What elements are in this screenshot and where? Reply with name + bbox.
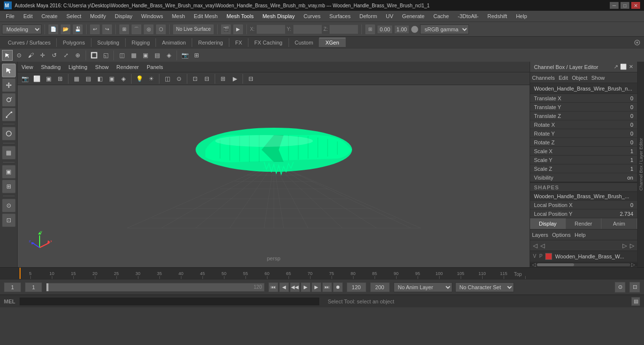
vp-grid-btn[interactable]: ⊟ [245,73,256,84]
lasso-select-button[interactable]: ⊙ [14,50,24,61]
live-surface-button[interactable]: No Live Surface [173,24,214,35]
tab-fx-caching[interactable]: FX Caching [248,38,289,47]
layer-arrow-right-icon[interactable]: ▷ [629,242,635,249]
layer-arrow-left2-icon[interactable]: ◁ [539,242,546,249]
channel-row-rotate-x[interactable]: Rotate X 0 [530,120,637,129]
channel-row-scale-y[interactable]: Scale Y 1 [530,156,637,164]
tab-display[interactable]: Display [530,218,566,229]
tab-anim[interactable]: Anim [601,218,637,229]
extra-lt-button[interactable]: ⊡ [2,213,16,227]
minimize-button[interactable]: ─ [610,2,619,9]
rotate-tool-button[interactable]: ↺ [49,50,60,61]
vp-light-btn[interactable]: 💡 [134,73,145,84]
channel-row-local-pos-x[interactable]: Local Position X 0 [530,201,637,209]
play-forward-button[interactable]: ▶ [301,282,311,292]
x-coord-input[interactable] [256,24,286,34]
menu-edit[interactable]: Edit [20,12,37,20]
menu-generate[interactable]: Generate [398,12,428,20]
menu-display[interactable]: Display [111,12,136,20]
tab-animation[interactable]: Animation [156,38,192,47]
ipr-button[interactable]: ▶ [233,24,244,35]
playhead[interactable] [20,268,21,279]
move-lt-button[interactable] [2,78,16,92]
tab-rigging[interactable]: Rigging [126,38,156,47]
layer-color-swatch[interactable] [545,253,552,260]
channel-row-translate-x[interactable]: Translate X 0 [530,94,637,103]
scroll-right-arrow-icon[interactable]: ▷ [630,262,636,267]
vp-hud-btn[interactable]: ⊟ [201,73,212,84]
tab-render[interactable]: Render [566,218,601,229]
show-menu-item[interactable]: Show [591,75,605,81]
maximize-button[interactable]: □ [621,2,629,9]
attribute-editor-strip-label[interactable]: Channel Box / Layer Editor [639,138,644,191]
menu-mesh-display[interactable]: Mesh Display [259,12,299,20]
select-tool-lt-button[interactable] [2,64,16,77]
undo-button[interactable]: ↩ [89,24,100,35]
tab-sculpting[interactable]: Sculpting [91,38,126,47]
menu-deform[interactable]: Deform [355,12,381,20]
menu-mesh-tools[interactable]: Mesh Tools [222,12,257,20]
menu-file[interactable]: File [2,12,19,20]
vp-safe-area-btn[interactable]: ⊞ [55,73,66,84]
color-profile-icon[interactable] [411,25,419,33]
frame-slider-thumb[interactable] [46,283,48,291]
vp-gate-btn[interactable]: ▣ [43,73,54,84]
menu-redshift[interactable]: Redshift [484,12,511,20]
anim-layer-selector[interactable]: No Anim Layer [394,282,452,292]
vp-view-menu[interactable]: View [22,64,33,70]
vp-shade4-btn[interactable]: ◈ [118,73,129,84]
vp-shadow-btn[interactable]: ☀ [146,73,156,84]
scroll-thumb[interactable] [537,263,574,266]
smooth-shade-button[interactable]: ▣ [140,50,151,61]
vp-shade-btn[interactable]: ▤ [83,73,93,84]
vp-shade3-btn[interactable]: ▣ [106,73,117,84]
channel-row-translate-y[interactable]: Translate Y 0 [530,103,637,112]
menu-edit-mesh[interactable]: Edit Mesh [190,12,222,20]
select-tool-button[interactable] [2,50,13,61]
tab-fx[interactable]: FX [229,38,248,47]
char-set-btn[interactable]: ⊙ [615,282,625,293]
canvas-area[interactable]: persp x y z [18,85,530,267]
tab-settings-gear-icon[interactable] [632,38,642,47]
edit-menu-item[interactable]: Edit [558,75,568,81]
char-set2-btn[interactable]: ⊡ [629,282,640,293]
menu-cache[interactable]: Cache [429,12,453,20]
menu-help[interactable]: Help [512,12,531,20]
move-tool-button[interactable]: ✛ [37,50,48,61]
new-scene-button[interactable]: 📄 [48,24,59,35]
vp-shading-menu[interactable]: Shading [41,64,61,70]
universal-manip-button[interactable]: ⊕ [72,50,83,61]
channel-row-visibility[interactable]: Visibility on [530,173,637,182]
tab-rendering[interactable]: Rendering [192,38,229,47]
menu-uv[interactable]: UV [382,12,397,20]
channel-row-rotate-z[interactable]: Rotate Z 0 [530,138,637,147]
camera-button[interactable]: 📷 [179,50,190,61]
save-scene-button[interactable]: 💾 [72,24,83,35]
scroll-left-arrow-icon[interactable]: ◁ [531,262,537,267]
grid-lt-button[interactable]: ▦ [2,146,16,160]
play-back-button[interactable]: ◀◀ [290,282,300,292]
channel-row-rotate-y[interactable]: Rotate Y 0 [530,129,637,138]
vp-wireframe-btn[interactable]: ▦ [71,73,82,84]
tab-custom[interactable]: Custom [289,38,320,47]
snap-grid-button[interactable]: ⊞ [119,24,130,35]
channel-box-float-button[interactable]: ↗ [614,64,618,70]
channel-box-resize-button[interactable]: ⬜ [620,64,627,70]
xray-button[interactable]: ◫ [116,50,127,61]
step-forward-button[interactable]: ▶ [311,282,321,292]
tab-polygons[interactable]: Polygons [57,38,91,47]
deform-lt-button[interactable]: ⊞ [2,180,16,193]
menu-modify[interactable]: Modify [86,12,110,20]
z-coord-input[interactable] [329,24,358,34]
vp-lighting-menu[interactable]: Lighting [68,64,88,70]
start-frame-input[interactable] [4,282,21,292]
menu-surfaces[interactable]: Surfaces [326,12,355,20]
vp-shade2-btn[interactable]: ◧ [94,73,105,84]
frame-slider[interactable]: 120 [46,283,265,292]
vp-filmgate-btn[interactable]: ⬜ [31,73,42,84]
layers-menu-layers[interactable]: Layers [532,232,548,238]
mode-selector[interactable]: Modeling Rigging Animation FX Rendering … [2,24,42,34]
y-coord-input[interactable] [293,24,322,34]
channel-row-scale-x[interactable]: Scale X 1 [530,147,637,156]
menu-select[interactable]: Select [63,12,86,20]
